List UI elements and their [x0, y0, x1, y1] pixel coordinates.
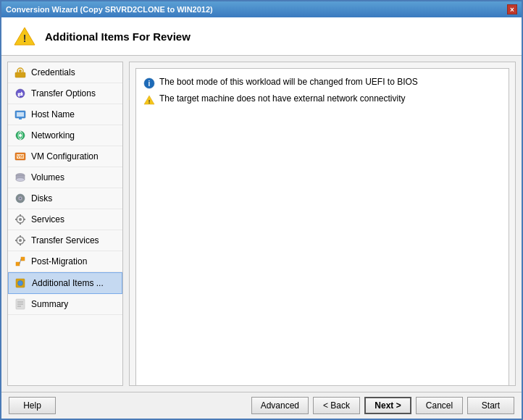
footer-right: Advanced < Back Next > Cancel Start — [251, 397, 514, 414]
sidebar-label-services: Services — [31, 214, 64, 224]
post-migration-icon — [14, 255, 27, 268]
svg-text:i: i — [148, 80, 151, 88]
page-title: Additional Items For Review — [45, 30, 191, 43]
sidebar-item-post-migration[interactable]: Post-Migration — [8, 251, 122, 272]
info-icon: i — [143, 77, 155, 89]
svg-rect-31 — [20, 235, 21, 238]
back-button[interactable]: < Back — [313, 397, 360, 414]
content-panel: i The boot mode of this workload will be… — [129, 62, 516, 386]
next-button[interactable]: Next > — [364, 397, 411, 414]
sidebar-label-vm-configuration: VM Configuration — [31, 151, 99, 161]
svg-rect-36 — [21, 257, 25, 261]
svg-rect-26 — [20, 222, 21, 224]
help-button[interactable]: Help — [9, 397, 56, 414]
summary-icon — [14, 298, 27, 311]
svg-text:⇄: ⇄ — [17, 91, 23, 98]
sidebar-item-volumes[interactable]: Volumes — [8, 167, 122, 188]
svg-point-24 — [19, 218, 22, 221]
message-item-warning: ! The target machine does not have exter… — [143, 91, 501, 108]
start-button[interactable]: Start — [467, 397, 514, 414]
window-title: Conversion Wizard (Copy SRVRD2CLONE to W… — [6, 5, 213, 14]
title-bar: Conversion Wizard (Copy SRVRD2CLONE to W… — [1, 1, 522, 17]
wizard-window: Conversion Wizard (Copy SRVRD2CLONE to W… — [0, 0, 523, 420]
svg-point-39 — [18, 281, 23, 286]
disks-icon — [14, 192, 27, 205]
host-name-icon — [14, 108, 27, 121]
sidebar-item-credentials[interactable]: Credentials — [8, 62, 122, 83]
sidebar-item-disks[interactable]: Disks — [8, 188, 122, 209]
warning-icon: ! — [143, 94, 155, 106]
footer-left: Help — [9, 397, 247, 414]
sidebar-label-volumes: Volumes — [31, 172, 64, 182]
svg-text:!: ! — [148, 98, 151, 105]
cancel-button[interactable]: Cancel — [416, 397, 463, 414]
footer: Help Advanced < Back Next > Cancel Start — [1, 392, 522, 419]
sidebar-item-services[interactable]: Services — [8, 209, 122, 230]
svg-text:VM: VM — [17, 154, 24, 159]
close-button[interactable]: × — [507, 4, 517, 14]
sidebar-label-host-name: Host Name — [31, 109, 75, 119]
sidebar-label-transfer-options: Transfer Options — [31, 88, 96, 98]
svg-rect-33 — [15, 240, 17, 241]
header-section: ! Additional Items For Review — [1, 17, 522, 56]
svg-rect-32 — [20, 243, 21, 245]
header-warning-icon: ! — [13, 25, 36, 48]
message-text-warning: The target machine does not have externa… — [159, 93, 406, 104]
svg-rect-35 — [16, 262, 20, 266]
svg-rect-28 — [23, 219, 25, 220]
sidebar-label-post-migration: Post-Migration — [31, 256, 87, 266]
svg-rect-25 — [20, 214, 21, 217]
sidebar-label-networking: Networking — [31, 130, 75, 140]
svg-rect-34 — [23, 240, 25, 241]
svg-line-37 — [20, 259, 21, 264]
advanced-button[interactable]: Advanced — [251, 397, 309, 414]
volumes-icon — [14, 171, 27, 184]
sidebar-label-summary: Summary — [31, 299, 68, 309]
transfer-services-icon — [14, 234, 27, 247]
message-box: i The boot mode of this workload will be… — [135, 68, 509, 386]
sidebar-label-credentials: Credentials — [31, 67, 75, 77]
svg-rect-9 — [19, 118, 22, 119]
sidebar-item-networking[interactable]: Networking — [8, 125, 122, 146]
svg-point-19 — [16, 178, 25, 182]
sidebar-label-additional-items: Additional Items ... — [32, 278, 104, 288]
additional-items-icon — [14, 277, 28, 290]
sidebar-item-vm-configuration[interactable]: VM VM Configuration — [8, 146, 122, 167]
networking-icon — [14, 129, 27, 142]
sidebar-item-host-name[interactable]: Host Name — [8, 104, 122, 125]
svg-rect-8 — [17, 112, 24, 117]
svg-point-4 — [19, 70, 22, 72]
sidebar-item-transfer-services[interactable]: Transfer Services — [8, 230, 122, 251]
sidebar-item-transfer-options[interactable]: ⇄ Transfer Options — [8, 83, 122, 104]
svg-text:!: ! — [23, 33, 27, 44]
sidebar-item-summary[interactable]: Summary — [8, 294, 122, 315]
svg-point-22 — [20, 198, 21, 199]
message-text-info: The boot mode of this workload will be c… — [159, 77, 418, 87]
svg-rect-27 — [15, 219, 17, 220]
svg-point-30 — [19, 239, 22, 242]
sidebar-label-transfer-services: Transfer Services — [31, 235, 99, 245]
sidebar: Credentials ⇄ Transfer Options — [7, 62, 123, 386]
services-icon — [14, 213, 27, 226]
sidebar-item-additional-items[interactable]: Additional Items ... — [8, 272, 122, 294]
vm-configuration-icon: VM — [14, 150, 27, 163]
transfer-options-icon: ⇄ — [14, 87, 27, 100]
message-item-info: i The boot mode of this workload will be… — [143, 75, 501, 91]
sidebar-label-disks: Disks — [31, 193, 52, 203]
svg-rect-2 — [15, 72, 25, 77]
credentials-icon — [14, 66, 27, 79]
main-content: Credentials ⇄ Transfer Options — [1, 56, 522, 392]
